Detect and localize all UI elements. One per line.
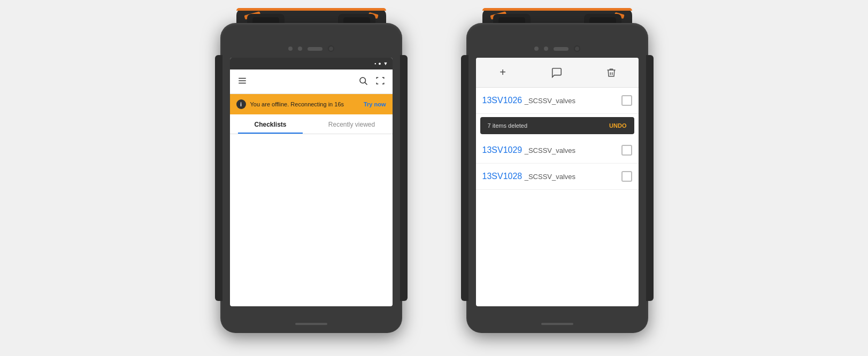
sensor-dot-2 bbox=[298, 47, 302, 51]
device-2-bottom-bar bbox=[541, 323, 573, 325]
app-bar bbox=[230, 69, 393, 94]
checklist-item-2: 13SV1029 _SCSSV_valves bbox=[476, 137, 639, 164]
svg-line-4 bbox=[365, 82, 367, 84]
screen-1: ▪ ● ▼ bbox=[230, 58, 393, 306]
screen-2: + 13S bbox=[476, 58, 639, 306]
sensor-dot-1 bbox=[288, 47, 293, 51]
item-2-checkbox[interactable] bbox=[621, 145, 632, 156]
item-1-checkbox[interactable] bbox=[621, 95, 632, 106]
device-2: + 13S bbox=[466, 23, 648, 333]
offline-message: You are offline. Reconnecting in 16s bbox=[250, 101, 359, 107]
scan-icon[interactable] bbox=[375, 76, 385, 88]
device-2-rail-left bbox=[461, 55, 468, 301]
device-2-sensor-pill bbox=[554, 47, 569, 51]
checklist-item-1: 13SV1026 _SCSSV_valves bbox=[476, 88, 639, 114]
device-2-rail-right bbox=[646, 55, 654, 301]
item-3-checkbox[interactable] bbox=[621, 171, 632, 182]
status-square-icon: ▪ bbox=[374, 61, 376, 66]
try-now-button[interactable]: Try now bbox=[364, 101, 386, 107]
delete-button[interactable] bbox=[602, 63, 621, 82]
snackbar: 7 items deleted UNDO bbox=[480, 117, 634, 134]
hamburger-icon[interactable] bbox=[237, 76, 247, 88]
tabs-row: Checklists Recently viewed bbox=[230, 114, 393, 134]
tab-checklists[interactable]: Checklists bbox=[230, 114, 311, 134]
status-triangle-icon: ▼ bbox=[383, 61, 388, 66]
device-2-sensor-1 bbox=[534, 47, 539, 51]
device-body: ▪ ● ▼ bbox=[220, 23, 402, 333]
device-2-body: + 13S bbox=[466, 23, 648, 333]
device-1: ▪ ● ▼ bbox=[220, 23, 402, 333]
item-3-label: 13SV1028 _SCSSV_valves bbox=[482, 172, 576, 181]
sensor-pill bbox=[308, 47, 322, 51]
sensors-row bbox=[288, 45, 334, 52]
item-1-label: 13SV1026 _SCSSV_valves bbox=[482, 96, 576, 105]
checklist-item-3: 13SV1028 _SCSSV_valves bbox=[476, 164, 639, 190]
item-3-suffix: _SCSSV_valves bbox=[525, 173, 575, 181]
rail-left bbox=[215, 55, 222, 301]
app-bar-icons bbox=[358, 76, 385, 88]
item-1-suffix: _SCSSV_valves bbox=[525, 97, 575, 105]
rail-right bbox=[400, 55, 408, 301]
item-1-id[interactable]: 13SV1026 bbox=[482, 96, 523, 105]
device-2-sensor-2 bbox=[544, 47, 548, 51]
device-2-camera bbox=[574, 45, 580, 52]
offline-banner: i You are offline. Reconnecting in 16s T… bbox=[230, 94, 393, 114]
item-2-suffix: _SCSSV_valves bbox=[525, 146, 575, 154]
snackbar-message: 7 items deleted bbox=[488, 122, 528, 129]
camera bbox=[328, 45, 334, 52]
device-2-sensors bbox=[534, 45, 580, 52]
search-icon[interactable] bbox=[358, 76, 368, 88]
tab-recently-viewed[interactable]: Recently viewed bbox=[311, 114, 393, 134]
svg-point-3 bbox=[360, 78, 366, 83]
status-circle-icon: ● bbox=[378, 61, 381, 66]
comment-button[interactable] bbox=[547, 63, 566, 82]
phone-bottom-bar bbox=[295, 323, 327, 325]
item-2-label: 13SV1029 _SCSSV_valves bbox=[482, 145, 576, 155]
status-bar: ▪ ● ▼ bbox=[230, 58, 393, 69]
add-button[interactable]: + bbox=[493, 63, 512, 82]
item-3-id[interactable]: 13SV1028 bbox=[482, 172, 523, 181]
checklist-toolbar: + bbox=[476, 58, 639, 88]
undo-button[interactable]: UNDO bbox=[609, 122, 626, 129]
info-icon: i bbox=[236, 99, 246, 109]
item-2-id[interactable]: 13SV1029 bbox=[482, 145, 523, 154]
